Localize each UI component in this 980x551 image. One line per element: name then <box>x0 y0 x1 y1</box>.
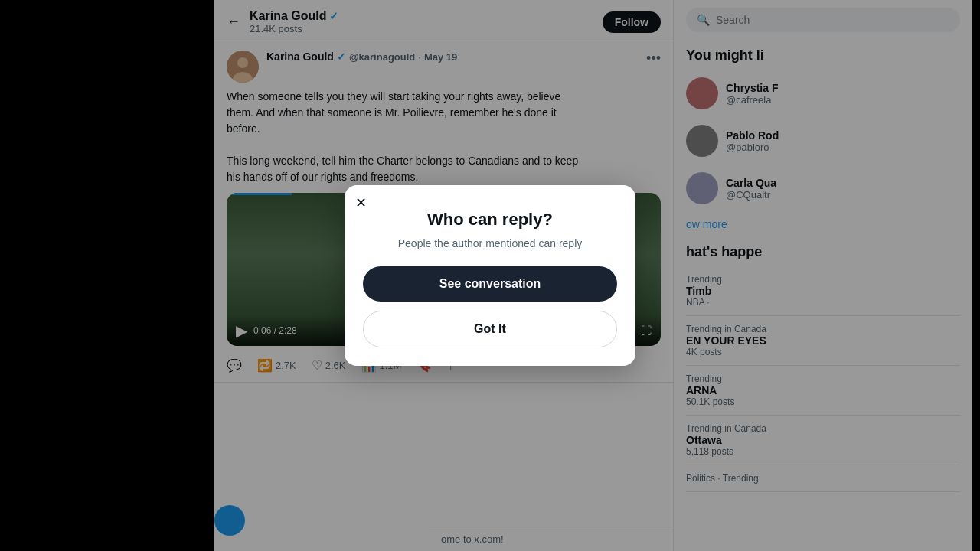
modal-close-button[interactable]: ✕ <box>355 196 367 210</box>
modal-subtitle: People the author mentioned can reply <box>363 237 617 249</box>
modal-title: Who can reply? <box>363 210 617 230</box>
got-it-button[interactable]: Got It <box>363 311 617 347</box>
modal-dialog: ✕ Who can reply? People the author menti… <box>345 185 635 366</box>
modal-backdrop: ✕ Who can reply? People the author menti… <box>0 0 980 551</box>
see-conversation-button[interactable]: See conversation <box>363 266 617 302</box>
